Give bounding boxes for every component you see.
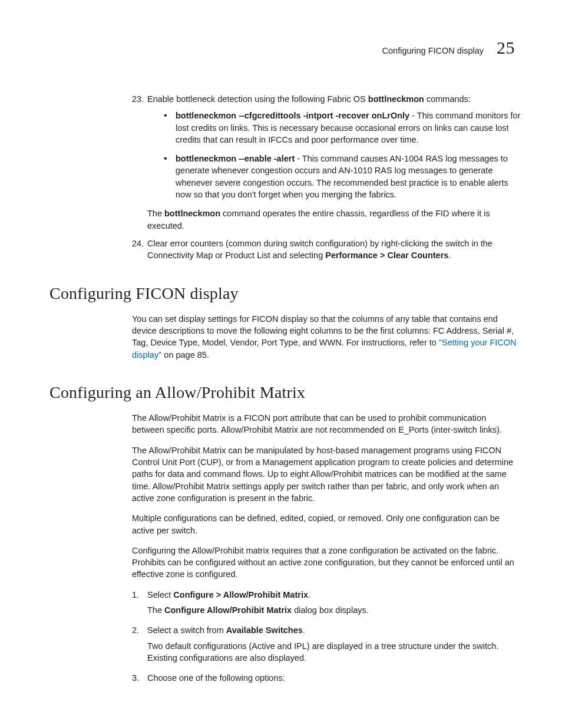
paragraph: Configuring the Allow/Prohibit matrix re… bbox=[132, 545, 521, 581]
paragraph: The Allow/Prohibit Matrix can be manipul… bbox=[132, 444, 521, 504]
page: Configuring FICON display 25 23. Enable … bbox=[0, 0, 562, 728]
paragraph: The Allow/Prohibit Matrix is a FICON por… bbox=[132, 412, 521, 436]
menu-path: Configure > Allow/Prohibit Matrix bbox=[173, 590, 308, 599]
list-text: Clear error counters (common during swit… bbox=[147, 238, 521, 262]
text: . bbox=[303, 625, 305, 635]
step-text: Select a switch from Available Switches. bbox=[147, 624, 521, 636]
step-sub: The Configure Allow/Prohibit Matrix dial… bbox=[147, 604, 521, 616]
header-title: Configuring FICON display bbox=[382, 45, 484, 57]
step-3: 3. Choose one of the following options: bbox=[132, 672, 521, 684]
list-text: Enable bottleneck detection using the fo… bbox=[147, 93, 521, 105]
text: Enable bottleneck detection using the fo… bbox=[147, 94, 368, 104]
dialog-name: Configure Allow/Prohibit Matrix bbox=[164, 605, 292, 615]
step-sub: Two default configurations (Active and I… bbox=[147, 640, 521, 664]
list-number: 23. bbox=[132, 93, 147, 232]
header-page-number: 25 bbox=[497, 35, 515, 60]
text: The bbox=[147, 605, 164, 615]
list-item-23: 23. Enable bottleneck detection using th… bbox=[132, 93, 521, 232]
bullet-item: bottleneckmon --cfgcredittools -intport … bbox=[164, 110, 521, 146]
continued-list: 23. Enable bottleneck detection using th… bbox=[132, 93, 521, 262]
numbered-steps: 1. Select Configure > Allow/Prohibit Mat… bbox=[132, 589, 521, 684]
menu-path: Performance > Clear Counters bbox=[325, 251, 448, 260]
text: Select bbox=[147, 590, 173, 599]
command-name: bottlneckmon bbox=[368, 94, 424, 104]
step-text: Select Configure > Allow/Prohibit Matrix… bbox=[147, 589, 521, 601]
section-heading-ficon-display: Configuring FICON display bbox=[49, 282, 521, 305]
command: bottleneckmon --cfgcredittools -intport … bbox=[176, 111, 409, 120]
list-number: 24. bbox=[132, 238, 147, 262]
note-text: The bottlneckmon command operates the en… bbox=[147, 207, 521, 232]
command-name: bottlneckmon bbox=[164, 209, 220, 218]
text: commands: bbox=[424, 94, 471, 104]
step-1: 1. Select Configure > Allow/Prohibit Mat… bbox=[132, 589, 521, 601]
page-header: Configuring FICON display 25 bbox=[49, 35, 521, 60]
list-item-24: 24. Clear error counters (common during … bbox=[132, 238, 521, 262]
section-body: The Allow/Prohibit Matrix is a FICON por… bbox=[132, 412, 521, 684]
section-body: You can set display settings for FICON d… bbox=[132, 313, 521, 361]
text: The bbox=[147, 209, 164, 218]
step-number: 1. bbox=[132, 589, 147, 601]
step-text: Choose one of the following options: bbox=[147, 672, 521, 684]
step-number: 2. bbox=[132, 624, 147, 636]
bullet-item: bottleneckmon --enable -alert - This com… bbox=[164, 153, 521, 200]
text: . bbox=[448, 251, 451, 260]
text: . bbox=[308, 590, 310, 599]
text: Select a switch from bbox=[147, 625, 226, 635]
paragraph: You can set display settings for FICON d… bbox=[132, 313, 521, 361]
command: bottleneckmon --enable -alert bbox=[176, 154, 295, 163]
section-heading-allow-prohibit: Configuring an Allow/Prohibit Matrix bbox=[49, 381, 521, 404]
ui-label: Available Switches bbox=[226, 625, 303, 635]
step-number: 3. bbox=[132, 672, 147, 684]
paragraph: Multiple configurations can be defined, … bbox=[132, 512, 521, 536]
text: on page 85. bbox=[161, 350, 209, 360]
step-2: 2. Select a switch from Available Switch… bbox=[132, 624, 521, 636]
bullet-list: bottleneckmon --cfgcredittools -intport … bbox=[164, 110, 521, 200]
text: dialog box displays. bbox=[292, 605, 369, 615]
